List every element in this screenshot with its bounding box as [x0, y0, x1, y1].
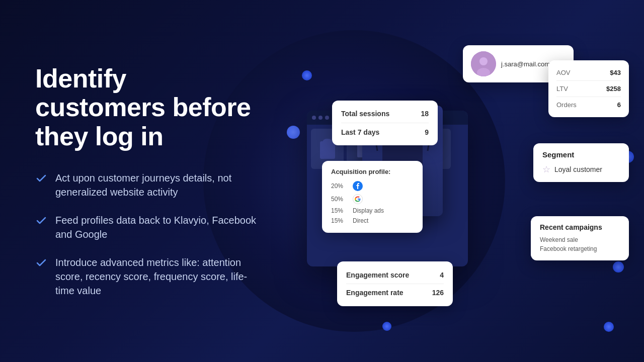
- acq-percent-display: 15%: [331, 207, 349, 214]
- check-icon-1: [35, 172, 47, 184]
- acq-text-display: Display ads: [353, 207, 384, 214]
- total-sessions-row: Total sessions 18: [341, 108, 429, 120]
- orb-4: [613, 261, 624, 273]
- campaigns-title: Recent campaigns: [540, 223, 620, 231]
- sessions-divider: [341, 123, 429, 123]
- feature-text-1: Act upon customer journeys details, not …: [55, 171, 262, 199]
- orb-5: [382, 322, 391, 331]
- engagement-score-value: 4: [440, 271, 444, 279]
- last-7-days-row: Last 7 days 9: [341, 126, 429, 138]
- acq-percent-google: 50%: [331, 196, 349, 203]
- acq-percent-facebook: 20%: [331, 183, 349, 190]
- acq-text-direct: Direct: [353, 217, 368, 224]
- svg-point-7: [479, 57, 488, 65]
- acq-row-display: 15% Display ads: [331, 206, 414, 216]
- acquisition-title: Acquisition profile:: [331, 168, 414, 175]
- last-7-days-value: 9: [425, 128, 429, 136]
- metrics-card: AOV $43 LTV $258 Orders 6: [548, 60, 629, 117]
- google-icon: [353, 194, 363, 204]
- sessions-card: Total sessions 18 Last 7 days 9: [332, 101, 438, 145]
- avatar: [471, 51, 496, 76]
- orb-7: [604, 322, 614, 332]
- acq-percent-direct: 15%: [331, 217, 349, 224]
- segment-content: ☆ Loyal customer: [542, 164, 620, 175]
- window-dot-3: [325, 116, 329, 120]
- check-icon-2: [35, 214, 47, 226]
- engagement-card: Engagement score 4 Engagement rate 126: [337, 261, 453, 306]
- page-content: Identify customers before they log in Ac…: [0, 0, 644, 362]
- left-panel: Identify customers before they log in Ac…: [0, 34, 292, 328]
- total-sessions-label: Total sessions: [341, 110, 389, 118]
- star-icon: ☆: [542, 164, 550, 175]
- campaign-item-1: Weekend sale: [540, 235, 620, 244]
- acq-row-direct: 15% Direct: [331, 216, 414, 226]
- engagement-rate-value: 126: [432, 289, 444, 297]
- window-dot-1: [312, 116, 316, 120]
- aov-row: AOV $43: [556, 66, 621, 79]
- orb-1: [302, 70, 312, 80]
- feature-item-2: Feed profiles data back to Klavyio, Face…: [35, 213, 262, 241]
- orders-value: 6: [617, 101, 621, 109]
- campaigns-card: Recent campaigns Weekend sale Facebook r…: [531, 216, 629, 260]
- feature-item-3: Introduce advanced metrics like: attenti…: [35, 255, 262, 298]
- metric-divider-1: [556, 80, 621, 81]
- engagement-score-label: Engagement score: [346, 271, 409, 279]
- segment-title: Segment: [542, 150, 620, 159]
- headline: Identify customers before they log in: [35, 64, 262, 151]
- feature-text-2: Feed profiles data back to Klavyio, Face…: [55, 213, 262, 241]
- facebook-icon: [353, 181, 363, 191]
- feature-text-3: Introduce advanced metrics like: attenti…: [55, 255, 262, 298]
- aov-value: $43: [610, 69, 621, 76]
- engagement-divider: [346, 284, 444, 284]
- svg-rect-1: [323, 139, 333, 146]
- orb-2: [287, 126, 300, 139]
- avatar-image: [471, 51, 496, 76]
- acq-row-facebook: 20%: [331, 179, 414, 193]
- right-panel: j.sara@mail.com AOV $43 LTV $258 Orders …: [292, 0, 644, 362]
- orders-label: Orders: [556, 101, 577, 109]
- ltv-row: LTV $258: [556, 82, 621, 95]
- features-list: Act upon customer journeys details, not …: [35, 171, 262, 298]
- profile-email: j.sara@mail.com: [501, 60, 550, 68]
- campaign-item-2: Facebook retargeting: [540, 244, 620, 253]
- segment-card: Segment ☆ Loyal customer: [533, 143, 629, 182]
- engagement-rate-row: Engagement rate 126: [346, 286, 444, 299]
- ltv-label: LTV: [556, 85, 568, 93]
- ltv-value: $258: [606, 85, 621, 93]
- check-icon-3: [35, 256, 47, 268]
- acq-row-google: 50%: [331, 193, 414, 206]
- engagement-rate-label: Engagement rate: [346, 289, 404, 297]
- window-dot-2: [318, 116, 323, 120]
- total-sessions-value: 18: [421, 110, 429, 118]
- engagement-score-row: Engagement score 4: [346, 268, 444, 282]
- orders-row: Orders 6: [556, 99, 621, 111]
- feature-item-1: Act upon customer journeys details, not …: [35, 171, 262, 199]
- acquisition-card: Acquisition profile: 20% 50%: [322, 161, 423, 233]
- aov-label: AOV: [556, 69, 570, 76]
- segment-label: Loyal customer: [554, 165, 602, 173]
- last-7-days-label: Last 7 days: [341, 128, 379, 136]
- metric-divider-2: [556, 97, 621, 97]
